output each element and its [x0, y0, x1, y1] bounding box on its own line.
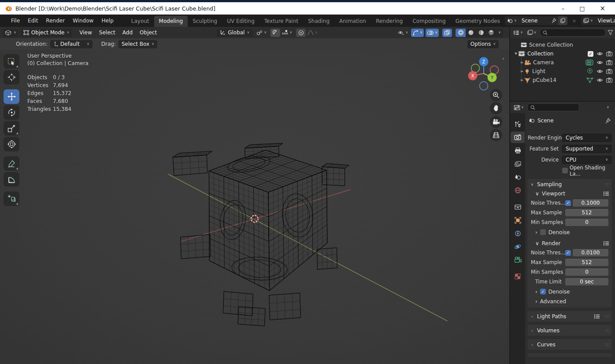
menu-help[interactable]: Help: [97, 16, 117, 26]
properties-filter-selector[interactable]: ∨: [603, 103, 613, 112]
tab-geometry-nodes[interactable]: Geometry Nodes: [451, 16, 505, 27]
perspective-toggle-button[interactable]: [490, 129, 502, 141]
presets-icon[interactable]: [594, 314, 600, 319]
pin-icon[interactable]: [552, 18, 556, 23]
object-visibility-selector[interactable]: ∨: [396, 29, 409, 37]
snap-toggle[interactable]: [270, 29, 280, 37]
measure-tool[interactable]: [4, 172, 19, 187]
hide-eye-icon[interactable]: [596, 51, 603, 56]
zoom-button[interactable]: [490, 89, 502, 101]
view-layer-selector[interactable]: ∨ ViewLayer: [581, 16, 615, 25]
transform-orientation-selector[interactable]: Global ∨: [217, 29, 252, 37]
properties-editor-type-selector[interactable]: ∨: [512, 103, 525, 112]
menu-object[interactable]: Object: [136, 28, 160, 37]
tab-compositing[interactable]: Compositing: [408, 16, 450, 27]
rn-noise-threshold-checkbox[interactable]: ✓: [565, 250, 571, 256]
viewport-3d[interactable]: User Perspective (0) Collection | Camera…: [0, 50, 509, 364]
pin-icon[interactable]: [605, 118, 611, 124]
sampling-panel-header[interactable]: ∨ Sampling ∷∷: [530, 180, 609, 189]
open-shading-checkbox[interactable]: [562, 168, 568, 173]
tab-object[interactable]: [511, 214, 525, 226]
outliner-row-collection[interactable]: ▼ Collection ✓: [510, 49, 615, 58]
tab-layout[interactable]: Layout: [126, 16, 154, 27]
add-cube-tool[interactable]: [4, 191, 19, 206]
tab-output[interactable]: [511, 145, 525, 156]
menu-edit[interactable]: Edit: [24, 16, 42, 26]
new-scene-button[interactable]: [558, 16, 567, 25]
vp-noise-threshold-value[interactable]: 0.1000: [573, 199, 608, 207]
sidebar-collapse-icon[interactable]: ‹: [502, 55, 504, 62]
menu-window[interactable]: Window: [69, 16, 97, 26]
proportional-editing-toggle[interactable]: [296, 29, 306, 37]
panel-grip-icon[interactable]: ∷∷: [605, 328, 609, 333]
transform-tool[interactable]: [4, 137, 19, 151]
vp-max-samples-value[interactable]: 512: [565, 209, 608, 217]
device-select[interactable]: CPU∨: [562, 156, 611, 164]
drag-mode-selector[interactable]: Select Box ∨: [119, 40, 157, 48]
shading-wireframe-button[interactable]: [456, 29, 466, 37]
show-overlays-toggle[interactable]: ∨: [426, 29, 439, 37]
panel-grip-icon[interactable]: ∷∷: [605, 342, 609, 347]
navigation-gizmo[interactable]: Z X Y: [463, 51, 504, 92]
gizmo-minus-z-axis[interactable]: [480, 82, 488, 90]
tab-sculpting[interactable]: Sculpting: [188, 16, 222, 27]
scene-selector[interactable]: ∨ Scene: [505, 16, 567, 25]
rn-denoise-row[interactable]: › ✓ Denoise: [530, 287, 609, 297]
menu-view[interactable]: View: [76, 28, 95, 37]
show-gizmo-toggle[interactable]: ∨: [411, 29, 424, 37]
editor-type-selector[interactable]: ∨: [3, 29, 19, 37]
properties-search-input[interactable]: [527, 103, 579, 111]
snap-settings-selector[interactable]: ∨: [280, 29, 293, 37]
tab-object-data[interactable]: [511, 254, 525, 265]
tab-shading[interactable]: Shading: [303, 16, 334, 27]
disable-render-icon[interactable]: [606, 77, 612, 83]
panel-grip-icon[interactable]: ∷∷: [605, 182, 609, 187]
menu-file[interactable]: File: [7, 16, 24, 26]
tab-animation[interactable]: Animation: [334, 16, 371, 27]
tab-texture[interactable]: [511, 271, 525, 282]
vp-denoise-checkbox[interactable]: [540, 229, 546, 235]
vp-denoise-row[interactable]: › Denoise: [530, 227, 609, 237]
minimize-button[interactable]: –: [562, 5, 565, 12]
pan-button[interactable]: [490, 102, 502, 114]
annotate-tool[interactable]: [4, 156, 19, 171]
rn-noise-threshold-value[interactable]: 0.0100: [573, 249, 608, 257]
unlink-scene-button[interactable]: ×: [571, 18, 578, 24]
light-paths-panel[interactable]: › Light Paths ∷∷: [527, 310, 612, 322]
outliner-display-mode-selector[interactable]: ∨: [526, 29, 538, 37]
hide-eye-icon[interactable]: [596, 69, 603, 74]
menu-render[interactable]: Render: [42, 16, 69, 26]
curves-panel[interactable]: › Curves ∷∷: [527, 338, 612, 350]
viewport-subpanel-header[interactable]: ∨ Viewport: [530, 189, 609, 198]
outliner-row-camera[interactable]: ▶ Camera: [510, 58, 615, 67]
hide-eye-icon[interactable]: [596, 77, 603, 83]
shading-options-selector[interactable]: ∨: [496, 29, 503, 37]
disable-render-icon[interactable]: [606, 60, 612, 65]
hide-eye-icon[interactable]: [596, 60, 603, 65]
rotate-tool[interactable]: [4, 105, 19, 120]
tab-tool[interactable]: [511, 118, 525, 130]
disable-render-icon[interactable]: [606, 51, 612, 56]
shading-material-button[interactable]: [476, 29, 486, 37]
presets-icon[interactable]: [603, 191, 609, 196]
rn-min-samples-value[interactable]: 0: [565, 268, 608, 276]
outliner-row-scene-collection[interactable]: Scene Collection: [510, 40, 615, 49]
tab-constraints[interactable]: [511, 228, 525, 239]
outliner-editor-type-selector[interactable]: ∨: [512, 29, 524, 37]
proportional-falloff-selector[interactable]: ∨: [306, 29, 319, 37]
collection-checkbox[interactable]: ✓: [588, 51, 593, 57]
tab-scene[interactable]: [511, 171, 525, 183]
render-engine-select[interactable]: Cycles∨: [562, 134, 611, 142]
shading-rendered-button[interactable]: [486, 29, 496, 37]
advanced-row[interactable]: › Advanced: [530, 297, 609, 306]
filter-icon[interactable]: [608, 30, 613, 35]
rn-time-limit-value[interactable]: 0 sec: [565, 278, 608, 286]
close-button[interactable]: ×: [600, 4, 605, 12]
vp-min-samples-value[interactable]: 0: [565, 219, 608, 226]
tab-physics[interactable]: [511, 241, 525, 252]
move-tool[interactable]: [4, 89, 19, 104]
rn-max-samples-value[interactable]: 512: [565, 259, 608, 266]
panel-grip-icon[interactable]: ∷∷: [605, 314, 609, 319]
tool-orientation-selector[interactable]: Default ∨: [50, 40, 93, 48]
outliner-row-pcube14[interactable]: ▶ pCube14: [510, 76, 615, 85]
